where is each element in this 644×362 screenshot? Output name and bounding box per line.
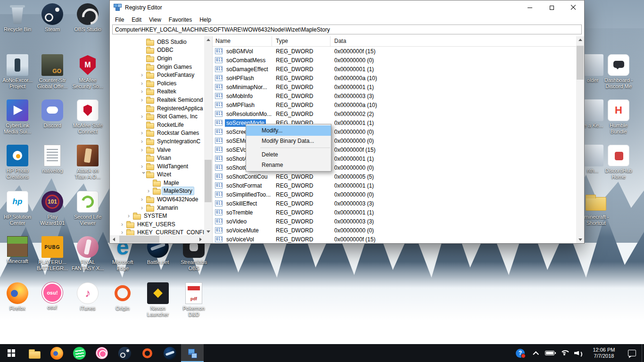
close-button[interactable] — [562, 0, 584, 15]
tray-item-battery[interactable] — [542, 344, 557, 362]
tree-item[interactable]: › Realtek — [110, 88, 204, 96]
tray-item-wifi[interactable] — [557, 344, 571, 362]
desktop-icon-recycle-bin[interactable]: Recycle Bin — [1, 3, 34, 33]
title-bar[interactable]: Registry Editor — [110, 0, 584, 15]
column-header[interactable]: Data — [330, 36, 576, 46]
desktop-icon-discordhub[interactable]: DiscordHub Home — [602, 144, 635, 180]
show-desktop-button[interactable] — [642, 344, 644, 362]
tree-item[interactable]: › Realtek Semicond — [110, 96, 204, 104]
scroll-up-button[interactable] — [576, 36, 584, 43]
scroll-right-button[interactable] — [197, 235, 204, 243]
taskbar-app-file-explorer[interactable] — [23, 344, 45, 362]
desktop-icon-dashboard-discord[interactable]: Dashboard - Discord Me — [602, 54, 635, 90]
tree-item[interactable]: › SyncIntegrationC — [110, 137, 204, 146]
menu-item[interactable]: Edit — [128, 16, 145, 24]
chevron-right-icon[interactable]: › — [128, 213, 133, 219]
desktop-icon-aono-project[interactable]: AoNoExcor... Project — [1, 54, 34, 90]
registry-value-row[interactable]: soDamageEffect REG_DWORD 0x00000001 (1) — [213, 65, 576, 74]
desktop-icon-csgo[interactable]: Counter-Str Global Offe... — [36, 54, 69, 90]
context-menu-item[interactable]: Rename — [246, 160, 331, 170]
desktop-icon-hp-photo[interactable]: HP Photo Creations — [1, 144, 34, 180]
taskbar-app-osu[interactable] — [91, 344, 113, 362]
context-menu-item[interactable]: Delete — [246, 149, 331, 160]
desktop-icon-hp-solution[interactable]: HP Solution Center — [1, 190, 34, 226]
chevron-right-icon[interactable]: › — [141, 114, 146, 119]
menu-item[interactable]: View — [145, 16, 165, 24]
registry-value-row[interactable]: soMinimapNor... REG_DWORD 0x00000001 (1) — [213, 82, 576, 91]
menu-item[interactable]: Favorites — [165, 16, 196, 24]
tree-item[interactable]: › OBS Studio — [110, 38, 204, 46]
desktop-icon-cyberlink[interactable]: CyberLink Media Sui... — [1, 99, 34, 135]
tree-item[interactable]: › Origin — [110, 54, 204, 63]
desktop-icon-second-life[interactable]: Second Life Viewer — [71, 190, 104, 226]
start-button[interactable] — [0, 344, 23, 362]
desktop-icon-osu[interactable]: osu! — [36, 282, 69, 311]
chevron-right-icon[interactable]: › — [141, 81, 146, 86]
desktop-icon-final-fantasy[interactable]: FINAL FANTASY X... — [71, 236, 104, 272]
scroll-left-button[interactable] — [110, 235, 117, 243]
tray-item-volume[interactable] — [571, 344, 586, 362]
tree-horizontal-scrollbar[interactable] — [110, 235, 204, 243]
desktop-icon-attack-titan[interactable]: Attack on Titan A.O... — [71, 144, 104, 180]
chevron-right-icon[interactable]: › — [148, 188, 153, 194]
action-center-button[interactable] — [622, 344, 642, 362]
maximize-button[interactable] — [541, 0, 562, 15]
registry-value-row[interactable]: soMPFlash REG_DWORD 0x0000000a (10) — [213, 100, 576, 109]
context-menu-item[interactable]: Modify... — [246, 125, 331, 136]
tree-item[interactable]: › WildTangent — [110, 162, 204, 171]
tree-item[interactable]: › Origin Games — [110, 63, 204, 71]
tray-item-help-badge[interactable] — [513, 344, 528, 362]
desktop-icon-pubg[interactable]: PLAYERU... BATTLEGR... — [36, 236, 69, 272]
scrollbar-thumb[interactable] — [205, 160, 212, 202]
registry-value-row[interactable]: soVideo REG_DWORD 0x00000003 (3) — [213, 217, 576, 226]
chevron-right-icon[interactable]: › — [121, 222, 126, 227]
menu-item[interactable]: Help — [196, 16, 215, 24]
scroll-down-button[interactable] — [204, 228, 212, 235]
scroll-down-button[interactable] — [576, 236, 584, 243]
registry-value-row[interactable]: soSimplifiedToo... REG_DWORD 0x00000000 … — [213, 190, 576, 199]
taskbar-app-spotify[interactable] — [68, 344, 91, 362]
chevron-right-icon[interactable]: › — [141, 164, 146, 169]
desktop-icon-steam[interactable]: Steam — [36, 3, 69, 33]
tree-item[interactable]: › SYSTEM — [110, 212, 204, 220]
desktop-icon-obs-studio[interactable]: OBS Studio — [71, 3, 104, 33]
tree-item[interactable]: › Visan — [110, 154, 204, 162]
menu-item[interactable]: File — [111, 16, 128, 24]
tree-item[interactable]: › Riot Games, Inc — [110, 112, 204, 121]
desktop-icon-mcafee-security[interactable]: McAfee Security So... — [71, 54, 104, 90]
desktop-icon-origin[interactable]: Origin — [106, 282, 139, 312]
desktop-icon-nexon[interactable]: Nexon Launcher — [141, 282, 174, 318]
tree-item[interactable]: › HKEY_USERS — [110, 220, 204, 229]
registry-value-row[interactable]: soResolutionMo... REG_DWORD 0x00000002 (… — [213, 109, 576, 118]
scroll-up-button[interactable] — [204, 36, 212, 43]
registry-value-row[interactable]: soHPFlash REG_DWORD 0x0000000a (10) — [213, 74, 576, 82]
list-vertical-scrollbar[interactable] — [576, 36, 584, 243]
chevron-right-icon[interactable]: › — [141, 139, 146, 144]
taskbar-app-firefox[interactable] — [45, 344, 68, 362]
tree-item[interactable]: › ODBC — [110, 46, 204, 55]
scrollbar-thumb[interactable] — [119, 236, 159, 243]
taskbar-clock[interactable]: 12:06 PM 7/7/2018 — [586, 347, 622, 359]
registry-value-row[interactable]: soCombatMess REG_DWORD 0x00000000 (0) — [213, 56, 576, 65]
tree-item[interactable]: › RegisteredApplica — [110, 104, 204, 113]
taskbar-app-steam[interactable] — [113, 344, 136, 362]
chevron-right-icon[interactable]: › — [141, 197, 146, 202]
taskbar-app-regedit[interactable] — [181, 344, 204, 362]
chevron-right-icon[interactable]: › — [141, 89, 146, 94]
tree-item[interactable]: › Rockstar Games — [110, 129, 204, 138]
chevron-right-icon[interactable]: › — [141, 147, 146, 153]
registry-value-row[interactable]: soBGMVol REG_DWORD 0x0000000f (15) — [213, 47, 576, 56]
tree-item[interactable]: › Policies — [110, 79, 204, 88]
chevron-right-icon[interactable]: › — [121, 230, 126, 235]
desktop-icon-pdf-doc[interactable]: Pokemon D&D — [177, 282, 210, 318]
tree-item[interactable]: › PocketFantasy — [110, 71, 204, 79]
desktop-icon-discord[interactable]: Discord — [36, 99, 69, 129]
tree-item[interactable]: › Valve — [110, 146, 204, 154]
tree-item[interactable]: › HKEY_CURRENT_CONFIG — [110, 229, 204, 235]
desktop-icon-text-file[interactable]: nativelog — [36, 144, 69, 174]
chevron-right-icon[interactable]: › — [141, 97, 146, 103]
column-header[interactable]: Type — [272, 36, 330, 46]
taskbar-app-origin[interactable] — [136, 344, 158, 362]
registry-value-row[interactable]: soShotContiCou REG_DWORD 0x00000005 (5) — [213, 172, 576, 181]
registry-value-row[interactable]: soVoiceVol REG_DWORD 0x0000000f (15) — [213, 235, 576, 243]
